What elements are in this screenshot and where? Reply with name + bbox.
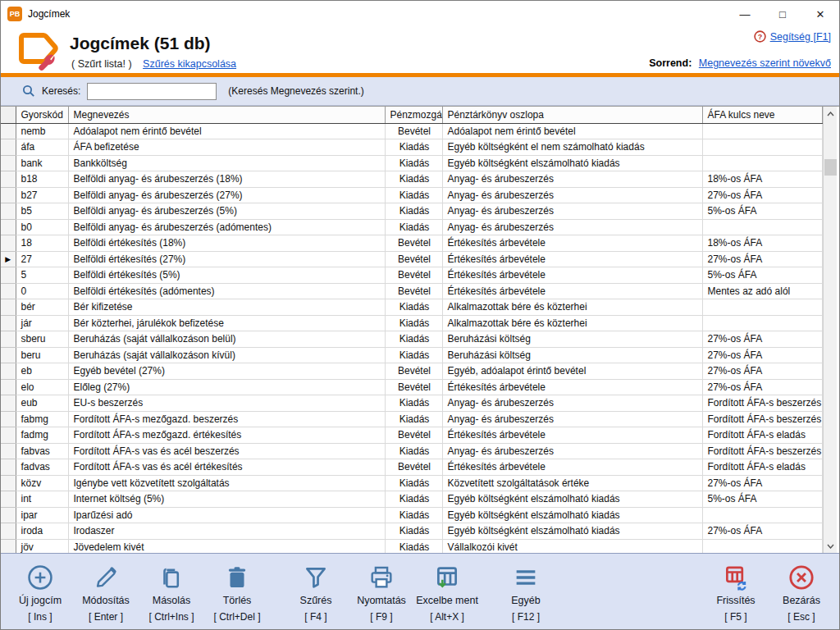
cell-movement: Bevétel	[385, 251, 442, 267]
row-marker	[1, 267, 16, 284]
table-row[interactable]: b5Belföldi anyag- és árubeszerzés (5%)Ki…	[1, 203, 822, 220]
cell-movement: Kiadás	[385, 347, 442, 363]
table-row[interactable]: jövJövedelem kivétKiadásVállalkozói kivé…	[1, 539, 822, 553]
vertical-scrollbar[interactable]	[823, 107, 837, 553]
cell-code: eub	[16, 395, 68, 412]
table-row[interactable]: b18Belföldi anyag- és árubeszerzés (18%)…	[1, 171, 822, 188]
table-row[interactable]: nembAdóalapot nem érintő bevételBevételA…	[1, 123, 822, 139]
cell-name: Beruházás (saját vállalkozáson belül)	[68, 331, 385, 348]
column-header-vat[interactable]: ÁFA kulcs neve	[702, 107, 822, 123]
row-marker	[1, 523, 16, 540]
row-marker	[1, 379, 16, 395]
table-row[interactable]: 18Belföldi értékesítés (18%)BevételÉrték…	[1, 235, 822, 252]
table-zone: GyorskódMegnevezésPénzmozgásPénztárkönyv…	[1, 106, 839, 553]
cell-column: Értékesítés árbevétele	[442, 235, 702, 252]
row-marker	[1, 475, 16, 491]
cell-vat: 5%-os ÁFA	[702, 491, 822, 508]
column-header-name[interactable]: Megnevezés	[68, 107, 385, 123]
cell-name: EU-s beszerzés	[68, 395, 385, 412]
toolbar-button-printer[interactable]: Nyomtatás[ F9 ]	[349, 559, 414, 629]
table-row[interactable]: áfaÁFA befizetéseKiadásEgyéb költségként…	[1, 139, 822, 156]
table-row[interactable]: ebEgyéb bevétel (27%)BevételEgyéb, adóal…	[1, 363, 822, 380]
toolbar-button-copy[interactable]: Másolás[ Ctrl+Ins ]	[139, 559, 204, 629]
cell-movement: Bevétel	[385, 283, 442, 299]
table-row[interactable]: 5Belföldi értékesítés (5%)BevételÉrtékes…	[1, 267, 822, 284]
pencil-icon	[92, 562, 120, 593]
close-button[interactable]: ✕	[801, 1, 839, 27]
table-row[interactable]: ▶27Belföldi értékesítés (27%)BevételÉrté…	[1, 251, 822, 267]
table-row[interactable]: közvIgénybe vett közvetített szolgáltatá…	[1, 475, 822, 491]
cell-movement: Kiadás	[385, 219, 442, 235]
toolbar-button-shortcut: [ Ctrl+Ins ]	[148, 611, 194, 623]
table-row[interactable]: fabmgFordított ÁFA-s mezőgazd. beszerzés…	[1, 411, 822, 427]
sort-link[interactable]: Megnevezés szerint növekvő	[699, 57, 831, 69]
toolbar-button-shortcut: [ Esc ]	[788, 611, 815, 623]
toolbar-button-pencil[interactable]: Módosítás[ Enter ]	[73, 559, 139, 629]
cell-column: Anyag- és árubeszerzés	[442, 171, 702, 188]
filtered-note: ( Szűrt lista! )	[71, 58, 132, 70]
table-row[interactable]: fabvasFordított ÁFA-s vas és acél beszer…	[1, 443, 822, 459]
toolbar-button-label: Frissítés	[716, 595, 755, 606]
table-row[interactable]: intInternet költség (5%)KiadásEgyéb költ…	[1, 491, 822, 508]
table-row[interactable]: eubEU-s beszerzésKiadásAnyag- és árubesz…	[1, 395, 822, 412]
cell-movement: Bevétel	[385, 235, 442, 252]
cell-name: ÁFA befizetése	[68, 139, 385, 156]
minimize-button[interactable]: —	[726, 1, 764, 27]
cell-name: Bér közterhei, járulékok befizetése	[68, 315, 385, 331]
table-row[interactable]: iparIparűzési adóKiadásEgyéb költségként…	[1, 507, 822, 523]
row-marker	[1, 443, 16, 459]
cell-vat: Fordított ÁFA-s beszerzés	[702, 411, 822, 427]
sort-label: Sorrend:	[649, 57, 692, 69]
table-row[interactable]: beruBeruházás (saját vállalkozáson kívül…	[1, 347, 822, 363]
table-row[interactable]: 0Belföldi értékesítés (adómentes)Bevétel…	[1, 283, 822, 299]
cell-movement: Kiadás	[385, 203, 442, 220]
table-row[interactable]: b27Belföldi anyag- és árubeszerzés (27%)…	[1, 187, 822, 203]
table-row[interactable]: sberuBeruházás (saját vállalkozáson belü…	[1, 331, 822, 348]
scroll-up-icon[interactable]	[824, 107, 838, 121]
table-row[interactable]: bérBér kifizetéseKiadásAlkalmazottak bér…	[1, 299, 822, 316]
toolbar-button-trash[interactable]: Törlés[ Ctrl+Del ]	[204, 559, 270, 629]
toolbar-button-excel-export[interactable]: Excelbe ment[ Alt+X ]	[414, 559, 480, 629]
cell-code: jöv	[16, 539, 68, 553]
cell-movement: Bevétel	[385, 427, 442, 444]
cell-column: Beruházási költség	[442, 347, 702, 363]
column-header-column[interactable]: Pénztárkönyv oszlopa	[442, 107, 702, 123]
cell-code: fadvas	[16, 459, 68, 476]
table-row[interactable]: bankBankköltségKiadásEgyéb költségként e…	[1, 155, 822, 171]
toolbar-button-refresh-table[interactable]: Frissítés[ F5 ]	[703, 559, 769, 629]
table-row[interactable]: fadvasFordított ÁFA-s vas és acél értéke…	[1, 459, 822, 476]
funnel-icon	[302, 562, 330, 593]
cell-vat	[702, 315, 822, 331]
cell-code: bank	[16, 155, 68, 171]
table-row[interactable]: járBér közterhei, járulékok befizetéseKi…	[1, 315, 822, 331]
column-header-movement[interactable]: Pénzmozgás	[385, 107, 442, 123]
scroll-down-icon[interactable]	[824, 539, 838, 553]
cell-movement: Kiadás	[385, 443, 442, 459]
toolbar-button-menu[interactable]: Egyéb[ F12 ]	[493, 559, 559, 629]
cell-column: Anyag- és árubeszerzés	[442, 187, 702, 203]
cell-movement: Bevétel	[385, 363, 442, 380]
cell-code: 18	[16, 235, 68, 252]
toolbar-button-funnel[interactable]: Szűrés[ F4 ]	[283, 559, 349, 629]
row-marker	[1, 315, 16, 331]
table-row[interactable]: b0Belföldi anyag- és árubeszerzés (adóme…	[1, 219, 822, 235]
help-link[interactable]: Segítség [F1]	[770, 31, 831, 43]
toolbar-button-close-circle[interactable]: Bezárás[ Esc ]	[769, 559, 834, 629]
table-row[interactable]: fadmgFordított ÁFA-s mezőgazd. értékesít…	[1, 427, 822, 444]
row-marker	[1, 411, 16, 427]
cell-vat: 27%-os ÁFA	[702, 251, 822, 267]
column-header-code[interactable]: Gyorskód	[16, 107, 68, 123]
scrollbar-thumb[interactable]	[824, 159, 837, 176]
row-marker	[1, 395, 16, 412]
page-header: Jogcímek (51 db) ( Szűrt lista! ) Szűrés…	[1, 27, 839, 73]
excel-export-icon	[433, 562, 461, 593]
row-marker	[1, 347, 16, 363]
search-input[interactable]	[87, 83, 217, 100]
toolbar-button-shortcut: [ F12 ]	[512, 611, 540, 623]
sort-line: Sorrend: Megnevezés szerint növekvő	[649, 57, 831, 69]
toolbar-button-plus-circle[interactable]: Új jogcím[ Ins ]	[7, 559, 73, 629]
maximize-button[interactable]: □	[764, 1, 801, 27]
filter-off-link[interactable]: Szűrés kikapcsolása	[143, 58, 236, 70]
table-row[interactable]: irodaIrodaszerKiadásEgyéb költségként el…	[1, 523, 822, 540]
table-row[interactable]: eloElőleg (27%)BevételÉrtékesítés árbevé…	[1, 379, 822, 395]
